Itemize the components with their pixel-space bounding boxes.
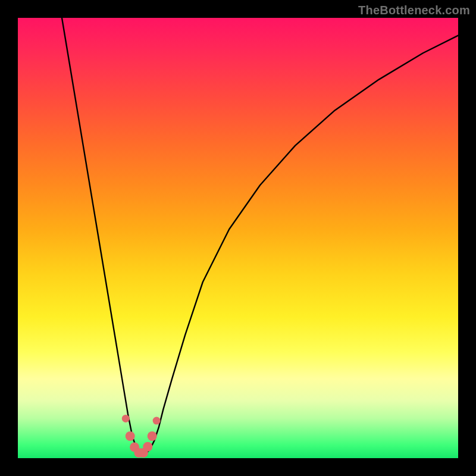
plot-area xyxy=(18,18,458,458)
marker-point xyxy=(153,417,161,425)
marker-point xyxy=(143,442,152,452)
highlight-markers xyxy=(122,415,161,458)
marker-point xyxy=(122,415,130,422)
bottleneck-curve xyxy=(62,18,458,454)
watermark-text: TheBottleneck.com xyxy=(358,4,470,17)
marker-point xyxy=(148,431,157,441)
chart-svg xyxy=(18,18,458,458)
marker-point xyxy=(126,431,135,441)
chart-frame: TheBottleneck.com xyxy=(0,0,476,476)
